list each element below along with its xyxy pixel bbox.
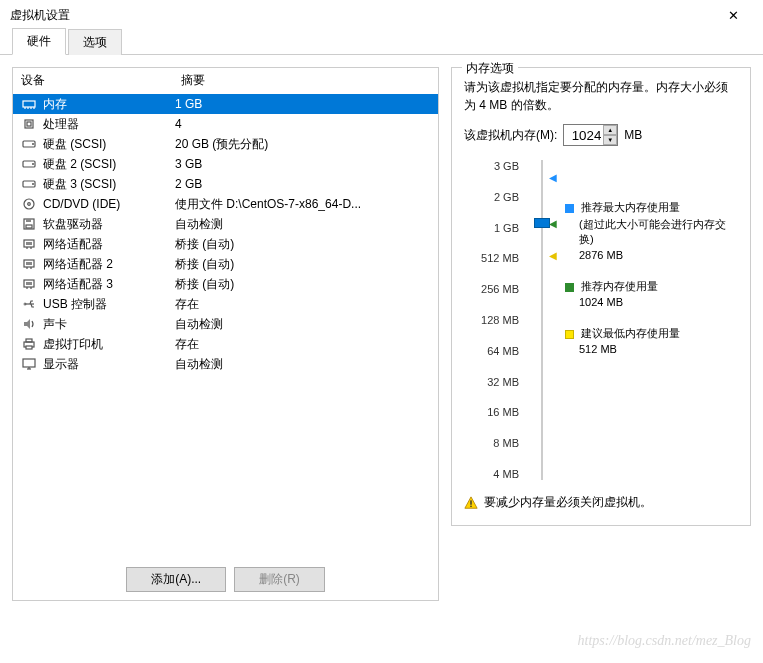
watermark: https://blog.csdn.net/mez_Blog <box>578 633 751 649</box>
memory-group-title: 内存选项 <box>462 60 518 77</box>
device-summary: 桥接 (自动) <box>175 256 438 273</box>
slider-thumb[interactable] <box>534 218 550 228</box>
device-name: 声卡 <box>43 316 67 333</box>
device-name: 网络适配器 <box>43 236 103 253</box>
device-summary: 4 <box>175 117 438 131</box>
device-name: 硬盘 2 (SCSI) <box>43 156 116 173</box>
net-icon <box>21 277 37 291</box>
device-summary: 桥接 (自动) <box>175 276 438 293</box>
svg-rect-35 <box>26 346 32 349</box>
title-bar: 虚拟机设置 ✕ <box>0 0 763 30</box>
device-row[interactable]: 硬盘 2 (SCSI)3 GB <box>13 154 438 174</box>
window-title: 虚拟机设置 <box>10 7 70 24</box>
legend-max-swatch <box>565 204 574 213</box>
device-row[interactable]: USB 控制器存在 <box>13 294 438 314</box>
svg-point-14 <box>28 203 31 206</box>
memory-spinner[interactable]: ▲▼ <box>563 124 618 146</box>
device-summary: 20 GB (预先分配) <box>175 136 438 153</box>
close-icon[interactable]: ✕ <box>713 8 753 23</box>
spin-up-icon[interactable]: ▲ <box>603 125 617 135</box>
device-summary: 自动检测 <box>175 316 438 333</box>
legend-rec: 推荐内存使用量 1024 MB <box>565 279 738 308</box>
tick-label: 256 MB <box>464 283 519 295</box>
device-row[interactable]: 网络适配器桥接 (自动) <box>13 234 438 254</box>
device-row[interactable]: 硬盘 (SCSI)20 GB (预先分配) <box>13 134 438 154</box>
cpu-icon <box>21 117 37 131</box>
device-row[interactable]: CD/DVD (IDE)使用文件 D:\CentOS-7-x86_64-D... <box>13 194 438 214</box>
marker-max-icon: ◀ <box>549 172 557 183</box>
header-device: 设备 <box>21 72 181 89</box>
svg-marker-32 <box>24 319 30 329</box>
svg-point-10 <box>32 163 34 165</box>
device-name: 网络适配器 3 <box>43 276 113 293</box>
tick-label: 2 GB <box>464 191 519 203</box>
tick-label: 16 MB <box>464 406 519 418</box>
net-icon <box>21 237 37 251</box>
tick-label: 64 MB <box>464 345 519 357</box>
device-row[interactable]: 网络适配器 3桥接 (自动) <box>13 274 438 294</box>
net-icon <box>21 257 37 271</box>
svg-rect-5 <box>25 120 33 128</box>
device-row[interactable]: 处理器4 <box>13 114 438 134</box>
device-row[interactable]: 网络适配器 2桥接 (自动) <box>13 254 438 274</box>
svg-rect-23 <box>26 262 32 265</box>
tick-label: 512 MB <box>464 252 519 264</box>
svg-rect-40 <box>470 500 471 504</box>
device-row[interactable]: 虚拟打印机存在 <box>13 334 438 354</box>
tab-options[interactable]: 选项 <box>68 29 122 55</box>
device-name: USB 控制器 <box>43 296 107 313</box>
tick-label: 8 MB <box>464 437 519 449</box>
tick-label: 128 MB <box>464 314 519 326</box>
tick-label: 4 MB <box>464 468 519 480</box>
disk-icon <box>21 177 37 191</box>
svg-rect-16 <box>26 219 31 222</box>
device-row[interactable]: 内存1 GB <box>13 94 438 114</box>
printer-icon <box>21 337 37 351</box>
memory-unit: MB <box>624 128 642 142</box>
disk-icon <box>21 157 37 171</box>
svg-rect-27 <box>26 282 32 285</box>
tab-hardware[interactable]: 硬件 <box>12 28 66 55</box>
device-summary: 2 GB <box>175 177 438 191</box>
device-name: 内存 <box>43 96 67 113</box>
disk-icon <box>21 137 37 151</box>
device-name: 硬盘 3 (SCSI) <box>43 176 116 193</box>
device-row[interactable]: 硬盘 3 (SCSI)2 GB <box>13 174 438 194</box>
device-row[interactable]: 声卡自动检测 <box>13 314 438 334</box>
sound-icon <box>21 317 37 331</box>
marker-min-icon: ◀ <box>549 250 557 261</box>
floppy-icon <box>21 217 37 231</box>
svg-point-8 <box>32 143 34 145</box>
device-row[interactable]: 显示器自动检测 <box>13 354 438 374</box>
svg-point-12 <box>32 183 34 185</box>
svg-rect-41 <box>470 505 471 506</box>
memory-slider[interactable]: ◀ ◀ ◀ <box>527 160 557 480</box>
tab-strip: 硬件 选项 <box>0 30 763 55</box>
slider-ticks: 3 GB2 GB1 GB512 MB256 MB128 MB64 MB32 MB… <box>464 160 519 480</box>
remove-button[interactable]: 删除(R) <box>234 567 325 592</box>
device-panel: 设备 摘要 内存1 GB处理器4硬盘 (SCSI)20 GB (预先分配)硬盘 … <box>12 67 439 601</box>
memory-groupbox: 内存选项 请为该虚拟机指定要分配的内存量。内存大小必须为 4 MB 的倍数。 该… <box>451 67 751 526</box>
memory-desc: 请为该虚拟机指定要分配的内存量。内存大小必须为 4 MB 的倍数。 <box>464 78 738 114</box>
warning-icon <box>464 496 478 510</box>
add-button[interactable]: 添加(A)... <box>126 567 226 592</box>
device-summary: 1 GB <box>175 97 438 111</box>
slider-track <box>541 160 543 480</box>
device-summary: 桥接 (自动) <box>175 236 438 253</box>
device-summary: 使用文件 D:\CentOS-7-x86_64-D... <box>175 196 438 213</box>
device-summary: 存在 <box>175 336 438 353</box>
tick-label: 3 GB <box>464 160 519 172</box>
svg-rect-19 <box>26 242 32 245</box>
marker-rec-icon: ◀ <box>549 218 557 229</box>
svg-rect-34 <box>26 339 32 342</box>
svg-rect-36 <box>23 359 35 367</box>
memory-input-label: 该虚拟机内存(M): <box>464 127 557 144</box>
device-row[interactable]: 软盘驱动器自动检测 <box>13 214 438 234</box>
spin-down-icon[interactable]: ▼ <box>603 135 617 145</box>
device-name: 软盘驱动器 <box>43 216 103 233</box>
device-name: 显示器 <box>43 356 79 373</box>
svg-rect-17 <box>26 225 32 228</box>
memory-panel: 内存选项 请为该虚拟机指定要分配的内存量。内存大小必须为 4 MB 的倍数。 该… <box>451 67 751 601</box>
memory-icon <box>21 97 37 111</box>
device-summary: 存在 <box>175 296 438 313</box>
